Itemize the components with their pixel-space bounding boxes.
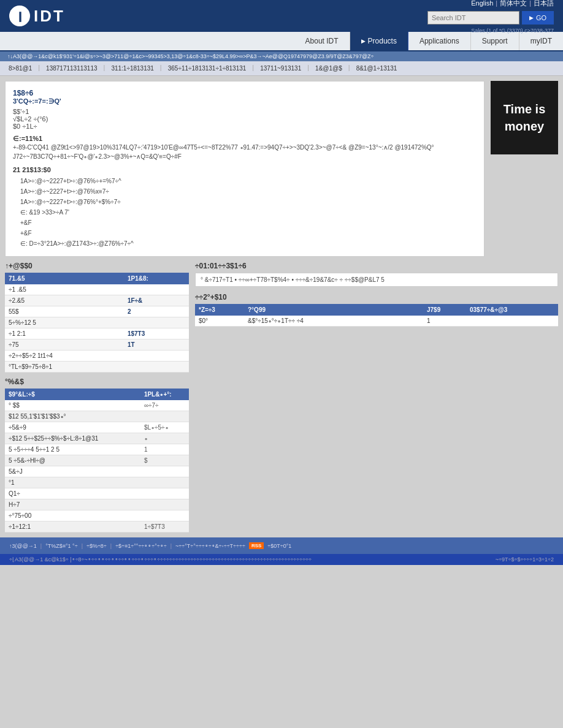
spec-item-2: 1A>÷:@÷~2227+t>÷:@76%°+$%÷7÷ xyxy=(20,197,477,207)
sub-nav-item-1[interactable]: 138717113113113 xyxy=(42,64,101,73)
logo-text: IDT xyxy=(34,7,65,26)
ordering-cell-4-0: ÷1 2:1 xyxy=(5,328,124,339)
lang-bar: English | 简体中文 | 日本語 xyxy=(471,0,554,8)
sub-nav-item-0[interactable]: 8>81@1 xyxy=(5,64,36,73)
go-arrow-icon: ▶ xyxy=(529,15,534,21)
pkg-cell-11-1: 1÷$7T3 xyxy=(140,521,189,533)
spec-item-1: 1A>÷:@÷~2227+t>÷:@76%x≡7÷ xyxy=(20,186,477,197)
ordering-row-6: ÷2÷÷$5÷2 1t1÷4 xyxy=(5,351,189,362)
part-cell-0-3 xyxy=(466,316,558,327)
nav-item-myidt[interactable]: myIDT xyxy=(519,32,563,50)
pkg-cell-1-0: $12 55,1'$1'$1'$$3∘° xyxy=(5,411,140,422)
sub-nav-item-6[interactable]: 8&1@1÷13131 xyxy=(353,64,401,73)
footer-link-0[interactable]: ↑3(@@→1 xyxy=(9,543,37,549)
lang-sep1: | xyxy=(496,0,497,7)
product-stock: $0 ÷1L÷ xyxy=(13,123,61,130)
sub-nav: 8>81@1 | 138717113113113 | 311:1÷1813131… xyxy=(0,61,563,76)
nav-item-applications[interactable]: Applications xyxy=(408,32,471,50)
main-content: 1$8÷6 3'CQ÷:=7=:∋Q' $$'÷1 √$L÷2 ÷(°6) $0… xyxy=(0,76,563,262)
sub-nav-sep-4: | xyxy=(307,64,309,73)
footer-link-1[interactable]: °T%Z$≡°1 °÷ xyxy=(45,543,78,549)
lang-english[interactable]: English xyxy=(471,0,493,7)
rss-badge[interactable]: RSS xyxy=(249,542,264,549)
pkg-cell-6-0: 5&÷J xyxy=(5,466,140,477)
spec-item-6: ∈: D=÷3°21A>÷:@Z1743>÷:@Z76%÷7÷^ xyxy=(20,238,477,249)
pkg-cell-9-0: H÷7 xyxy=(5,499,140,510)
footer-link-6[interactable]: ÷$0T÷0°1 xyxy=(267,543,291,549)
package-table: $9°&L:÷$ 1PL&∘+°: ° $$ ∞÷7÷ $12 55,1'$1'… xyxy=(5,389,189,533)
nav-item-products[interactable]: ▶ Products xyxy=(350,32,408,50)
part-table-title: ÷÷2°+$10 xyxy=(195,293,558,301)
sub-nav-sep-3: | xyxy=(252,64,254,73)
pkg-row-6: 5&÷J xyxy=(5,466,189,477)
pkg-cell-4-1: 1 xyxy=(140,444,189,455)
pkg-col-1: 1PL&∘+°: xyxy=(140,389,189,400)
breadcrumb: ↑↓A3(@@→1&c@k1$'931'÷1&i@s÷>~3@>711@÷1&c… xyxy=(0,51,563,61)
pkg-cell-2-0: ÷5&÷9 xyxy=(5,422,140,433)
search-result-box: ° &÷717÷T1 • ÷÷∞+÷T78÷T$%4÷ • ÷÷÷&÷19&7&… xyxy=(195,273,558,287)
part-cell-0-2: 1 xyxy=(423,316,466,327)
ad-box: Time is money xyxy=(491,81,558,257)
part-col-0: *Z=÷3 xyxy=(195,304,244,316)
part-row-0: $0° &$°÷15∘°÷∘1T÷÷ ÷4 1 xyxy=(195,316,558,327)
ordering-row-0: ÷1 .&5 xyxy=(5,284,189,295)
ordering-row-7: °TL÷$9÷75÷8÷1 xyxy=(5,362,189,373)
pkg-cell-11-0: ÷1÷12:1 xyxy=(5,521,140,533)
pkg-cell-10-1 xyxy=(140,510,189,521)
product-part-number: 3'CQ÷:=7=:∋Q' xyxy=(13,97,61,105)
pkg-row-8: Q1÷ xyxy=(5,488,189,499)
spec-item-5: +&F xyxy=(20,228,477,238)
ordering-cell-1-0: ÷2.&5 xyxy=(5,295,124,306)
product-price: $$'÷1 xyxy=(13,108,61,115)
logo-icon: ❙ xyxy=(9,6,30,26)
footer-link-2[interactable]: ÷$%÷8÷ xyxy=(86,543,107,549)
product-id: 1$8÷6 3'CQ÷:=7=:∋Q' $$'÷1 √$L÷2 ÷(°6) $0… xyxy=(13,89,61,130)
spec-item-4: +&F xyxy=(20,218,477,228)
sub-nav-item-2[interactable]: 311:1÷1813131 xyxy=(107,64,157,73)
nav-item-about[interactable]: About IDT xyxy=(294,32,350,50)
ordering-cell-2-0: 55$ xyxy=(5,306,124,317)
sub-nav-item-5[interactable]: 1&@1@$ xyxy=(312,64,346,73)
lang-chinese[interactable]: 简体中文 xyxy=(500,0,527,8)
pkg-cell-8-0: Q1÷ xyxy=(5,488,140,499)
sub-nav-sep-5: | xyxy=(348,64,350,73)
ordering-col-header-0: 71.&5 xyxy=(5,273,124,284)
pkg-cell-5-0: 5 ÷5&-÷Hl÷@ xyxy=(5,455,140,466)
pkg-cell-2-1: $L∘÷5÷∘ xyxy=(140,422,189,433)
header-right: English | 简体中文 | 日本語 ▶ GO Sales (1 of *G… xyxy=(427,0,554,34)
lang-japanese[interactable]: 日本語 xyxy=(534,0,554,8)
product-box: 1$8÷6 3'CQ÷:=7=:∋Q' $$'÷1 √$L÷2 ÷(°6) $0… xyxy=(5,81,484,257)
ordering-title: ↑+@$$0 xyxy=(5,262,189,270)
search-input[interactable] xyxy=(427,11,519,25)
ordering-cell-2-1: 2 xyxy=(124,306,189,317)
pkg-cell-3-0: ÷$12 5÷÷$25÷÷$%÷$÷L:8÷1@31 xyxy=(5,433,140,444)
ordering-cell-7-0: °TL÷$9÷75÷8÷1 xyxy=(5,362,124,373)
pkg-row-2: ÷5&÷9 $L∘÷5÷∘ xyxy=(5,422,189,433)
footer-link-3[interactable]: ÷$÷≡1÷°°÷÷∘∘÷°÷∘÷ xyxy=(115,543,167,549)
ordering-cell-7-1 xyxy=(124,362,189,373)
sub-nav-item-4[interactable]: 13711~913131 xyxy=(256,64,305,73)
footer-link-4[interactable]: ~÷÷°T÷°÷÷÷∘÷∘&÷◦÷÷T÷÷÷÷ xyxy=(175,543,245,549)
pkg-row-4: 5 ÷5÷÷÷4 5÷÷1 2 5 1 xyxy=(5,444,189,455)
lang-sep2: | xyxy=(529,0,531,7)
ordering-cell-0-1 xyxy=(124,284,189,295)
part-col-2: J7$9 xyxy=(423,304,466,316)
pkg-row-11: ÷1÷12:1 1÷$7T3 xyxy=(5,521,189,533)
pkg-col-0: $9°&L:÷$ xyxy=(5,389,140,400)
sub-nav-item-3[interactable]: 365÷11÷1813131÷1÷813131 xyxy=(164,64,250,73)
pkg-cell-7-1 xyxy=(140,477,189,488)
go-button[interactable]: ▶ GO xyxy=(522,11,554,25)
nav-item-support[interactable]: Support xyxy=(471,32,519,50)
part-cell-0-1: &$°÷15∘°÷∘1T÷÷ ÷4 xyxy=(244,316,423,327)
go-label: GO xyxy=(536,14,546,21)
part-cell-0-0: $0° xyxy=(195,316,244,327)
pkg-cell-0-1: ∞÷7÷ xyxy=(140,400,189,411)
copyright-left: ÷⌊A3(@@→1 &c@k1$÷ |∘÷8÷~∘÷÷∘∘÷÷∘∘÷÷∘∘÷÷÷… xyxy=(9,556,312,563)
pkg-cell-10-0: ÷°75÷00 xyxy=(5,510,140,521)
product-title: 1$8÷6 xyxy=(13,89,61,97)
pkg-cell-8-1 xyxy=(140,488,189,499)
footer-bottom: ÷⌊A3(@@→1 &c@k1$÷ |∘÷8÷~∘÷÷∘∘÷÷∘∘÷÷∘∘÷÷÷… xyxy=(0,554,563,565)
pkg-row-0: ° $$ ∞÷7÷ xyxy=(5,400,189,411)
ordering-cell-6-0: ÷2÷÷$5÷2 1t1÷4 xyxy=(5,351,124,362)
ordering-row-4: ÷1 2:1 1$7T3 xyxy=(5,328,189,339)
